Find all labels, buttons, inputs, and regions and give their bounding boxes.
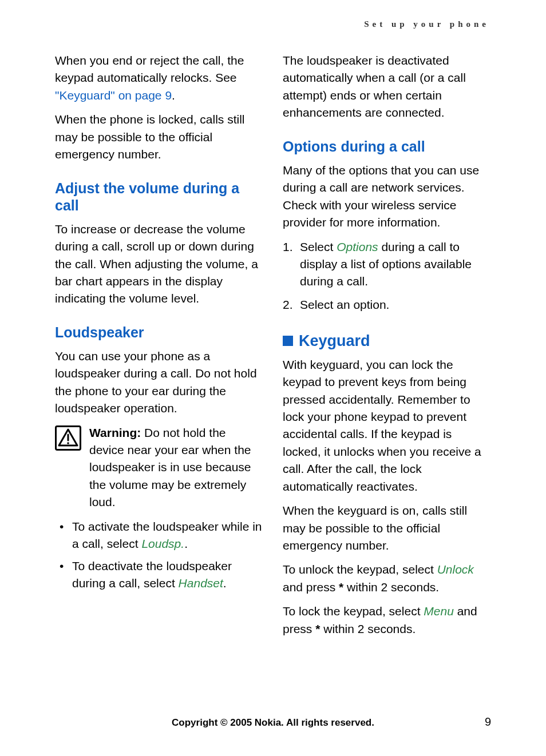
heading-keyguard: Keyguard [283,332,491,350]
text: within 2 seconds. [320,622,416,635]
heading-adjust-volume: Adjust the volume during a call [55,180,263,214]
heading-loudspeaker: Loudspeaker [55,324,263,341]
page-number: 9 [485,715,491,729]
text-columns: When you end or reject the call, the key… [55,52,491,644]
menu-option-options: Options [337,240,378,253]
numbered-list: Select Options during a call to display … [283,238,491,314]
paragraph: When you end or reject the call, the key… [55,52,263,104]
text: To unlock the keypad, select [283,563,437,576]
warning-block: Warning: Do not hold the device near you… [55,424,263,511]
paragraph: To increase or decrease the volume durin… [55,221,263,308]
left-column: When you end or reject the call, the key… [55,52,263,644]
paragraph: The loudspeaker is deactivated automatic… [283,52,491,122]
paragraph: You can use your phone as a loudspeaker … [55,348,263,417]
list-item: Select Options during a call to display … [283,238,491,291]
menu-option-menu: Menu [424,604,454,618]
paragraph: With keyguard, you can lock the keypad t… [283,356,491,496]
text: . [184,537,188,550]
menu-option-handset: Handset [179,576,223,590]
list-item: To activate the loudspeaker while in a c… [55,518,263,553]
bullet-list: To activate the loudspeaker while in a c… [55,518,263,592]
text: When you end or reject the call, the key… [55,54,244,84]
paragraph: When the keyguard is on, calls still may… [283,502,491,554]
chapter-title: Set up your phone [55,19,491,29]
menu-option-unlock: Unlock [437,563,474,576]
warning-icon [55,425,81,451]
warning-label: Warning: [89,426,141,439]
text: within 2 seconds. [343,580,439,594]
paragraph: To lock the keypad, select Menu and pres… [283,603,491,638]
menu-option-loudsp: Loudsp. [141,537,184,550]
right-column: The loudspeaker is deactivated automatic… [283,52,491,644]
heading-options-during-call: Options during a call [283,138,491,155]
list-item: To deactivate the loudspeaker during a c… [55,558,263,592]
paragraph: When the phone is locked, calls still ma… [55,111,263,163]
svg-point-2 [67,442,69,444]
text: and press [283,580,339,594]
footer-copyright: Copyright © 2005 Nokia. All rights reser… [0,717,546,729]
paragraph: To unlock the keypad, select Unlock and … [283,561,491,596]
text: . [223,576,227,590]
text: To lock the keypad, select [283,604,424,618]
cross-reference-link[interactable]: "Keyguard" on page 9 [55,89,172,102]
heading-text: Keyguard [299,332,370,350]
list-item: Select an option. [283,296,491,313]
text: Select [300,240,337,253]
text: . [172,89,175,102]
warning-text: Warning: Do not hold the device near you… [89,424,263,511]
square-bullet-icon [283,336,293,346]
paragraph: Many of the options that you can use dur… [283,162,491,232]
